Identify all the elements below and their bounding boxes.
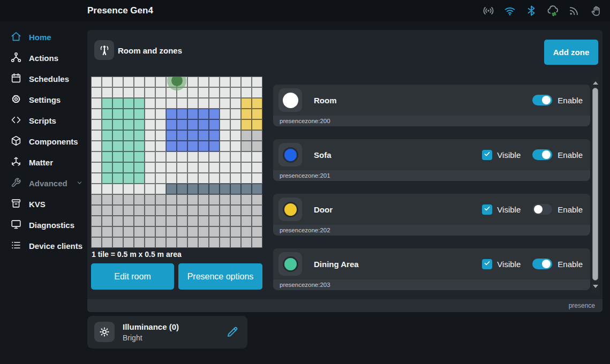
enable-toggle[interactable] — [532, 204, 552, 215]
access-point-icon — [482, 4, 495, 17]
map-tile — [145, 119, 155, 130]
map-tile — [155, 130, 166, 141]
map-tile — [145, 184, 155, 194]
gear-icon — [10, 93, 22, 107]
visible-label: Visible — [497, 205, 521, 214]
sidebar-item-diagnostics[interactable]: Diagnostics — [0, 215, 87, 236]
sidebar-item-actions[interactable]: Actions — [0, 48, 87, 69]
visible-checkbox[interactable] — [482, 150, 492, 160]
map-tile — [230, 151, 241, 162]
map-tile — [177, 184, 187, 194]
sidebar-item-scripts[interactable]: Scripts — [0, 110, 87, 131]
map-tile — [230, 162, 241, 173]
map-tile — [177, 226, 187, 237]
map-tile — [252, 216, 262, 226]
visible-checkbox[interactable] — [482, 204, 492, 215]
zone-color-button[interactable] — [278, 252, 302, 276]
map-tile — [123, 162, 134, 173]
map-tile — [102, 77, 112, 87]
zone-row: RoomEnable — [273, 85, 590, 116]
map-tile — [102, 194, 112, 205]
map-tile — [187, 194, 198, 205]
map-tile — [177, 151, 187, 162]
scroll-down-arrow-icon[interactable] — [593, 285, 598, 288]
map-tile — [112, 151, 123, 162]
map-tile — [134, 184, 145, 194]
map-tile — [220, 173, 230, 184]
enable-toggle[interactable] — [532, 95, 552, 105]
sidebar-item-matter[interactable]: Matter — [0, 152, 87, 173]
topbar: Presence Gen4 — [0, 0, 610, 21]
zone-key: presencezone:201 — [273, 170, 590, 181]
map-tile — [134, 119, 145, 130]
map-tile — [252, 119, 262, 130]
map-tile — [112, 184, 123, 194]
sidebar-item-advanced[interactable]: Advanced — [0, 173, 87, 194]
enable-toggle[interactable] — [532, 259, 552, 269]
map-tile — [112, 141, 123, 151]
sidebar-item-label: Scripts — [29, 116, 56, 125]
map-tile — [209, 77, 220, 87]
add-zone-button[interactable]: Add zone — [544, 40, 598, 65]
map-tile — [134, 162, 145, 173]
sidebar-item-schedules[interactable]: Schedules — [0, 69, 87, 89]
map-tile — [241, 237, 252, 248]
map-tile — [230, 226, 241, 237]
map-tile — [220, 216, 230, 226]
map-tile — [145, 194, 155, 205]
map-tile — [241, 98, 252, 109]
presence-options-button[interactable]: Presence options — [178, 263, 262, 290]
scroll-up-arrow-icon[interactable] — [593, 81, 598, 85]
component-tag: presence — [569, 302, 595, 309]
sidebar-item-label: Advanced — [29, 179, 67, 188]
map-tile — [220, 205, 230, 216]
mqtt-icon — [568, 4, 581, 17]
sidebar-item-components[interactable]: Components — [0, 131, 87, 152]
map-tile — [209, 205, 220, 216]
edit-room-button[interactable]: Edit room — [91, 263, 174, 290]
map-tile — [177, 205, 187, 216]
map-tile — [198, 216, 209, 226]
zone-list-scrollbar[interactable] — [591, 78, 599, 292]
sidebar-item-kvs[interactable]: KVS — [0, 194, 87, 215]
zone-card-sofa: SofaVisibleEnablepresencezone:201 — [273, 139, 590, 181]
map-tile — [91, 194, 102, 205]
map-tile — [230, 141, 241, 151]
map-tile — [155, 216, 166, 226]
map-tile — [230, 77, 241, 87]
visible-checkbox[interactable] — [482, 259, 492, 269]
map-tile — [252, 130, 262, 141]
sidebar-item-device-clients[interactable]: Device clients — [0, 236, 87, 256]
zone-color-button[interactable] — [278, 143, 302, 166]
sidebar-item-label: Actions — [29, 54, 58, 63]
map-tile — [241, 216, 252, 226]
zone-name: Room — [314, 96, 337, 105]
map-tile — [209, 119, 220, 130]
map-tile — [91, 216, 102, 226]
map-tile — [145, 130, 155, 141]
sidebar-item-home[interactable]: Home — [0, 27, 87, 48]
map-tile — [252, 194, 262, 205]
pencil-icon[interactable] — [225, 325, 239, 339]
map-tile — [230, 216, 241, 226]
zone-row: SofaVisibleEnable — [273, 139, 590, 170]
map-tile — [102, 87, 112, 98]
zone-color-button[interactable] — [278, 88, 302, 112]
map-tile — [252, 184, 262, 194]
chevron-down-icon — [74, 179, 84, 188]
components-icon — [10, 135, 22, 148]
map-tile — [145, 141, 155, 151]
scrollbar-thumb[interactable] — [592, 88, 598, 280]
map-tile — [187, 141, 198, 151]
sidebar-item-settings[interactable]: Settings — [0, 89, 87, 110]
cloud-sync-icon — [546, 4, 559, 17]
map-tile — [220, 77, 230, 87]
map-tile — [198, 194, 209, 205]
map-tile — [155, 173, 166, 184]
enable-toggle[interactable] — [532, 149, 552, 160]
map-tile — [166, 162, 177, 173]
zone-color-button[interactable] — [278, 198, 302, 221]
map-tile — [252, 98, 262, 109]
map-tile — [198, 98, 209, 109]
zone-name: Door — [314, 205, 333, 214]
